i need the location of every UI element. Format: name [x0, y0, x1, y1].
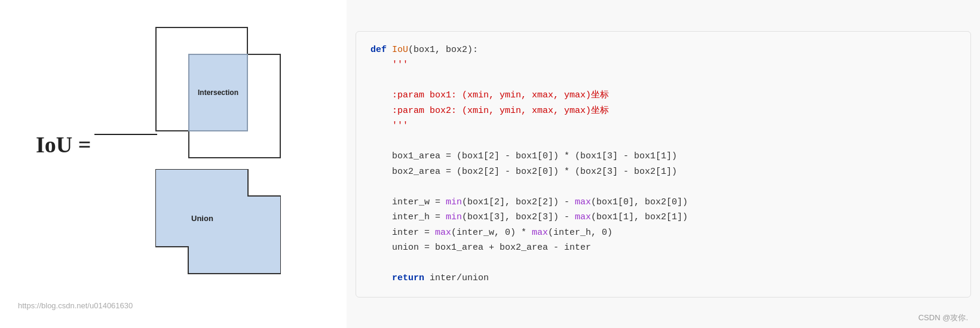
- csdn-watermark: CSDN @攻你.: [918, 312, 968, 323]
- code-line-2: ''': [370, 57, 956, 73]
- code-line-3: [370, 73, 956, 88]
- code-line-14: union = box1_area + box2_area - inter: [370, 240, 956, 256]
- iou-label: IoU =: [36, 131, 91, 158]
- param-box2: :param box2: (xmin, ymin, xmax, ymax)坐标: [392, 106, 609, 116]
- union-label: Union: [191, 214, 213, 223]
- intersection-group: Intersection: [155, 27, 299, 158]
- code-line-7: [370, 134, 956, 149]
- diagram-boxes: Intersection Union: [155, 27, 311, 289]
- iou-diagram: IoU = Intersection: [36, 15, 311, 314]
- code-line-4: :param box1: (xmin, ymin, xmax, ymax)坐标: [370, 88, 956, 103]
- code-line-1: def IoU(box1, box2):: [370, 42, 956, 58]
- code-line-10: [370, 179, 956, 195]
- code-block: def IoU(box1, box2): ''' :param box1: (x…: [356, 31, 971, 298]
- builtin-min-1: min: [446, 197, 462, 207]
- code-line-5: :param box2: (xmin, ymin, xmax, ymax)坐标: [370, 103, 956, 119]
- code-line-13: inter = max(inter_w, 0) * max(inter_h, 0…: [370, 225, 956, 241]
- union-svg: [155, 169, 281, 283]
- intersection-fill: Intersection: [188, 54, 248, 131]
- union-group: Union: [155, 163, 299, 289]
- builtin-max-3: max: [435, 228, 451, 238]
- builtin-max-2: max: [575, 212, 591, 222]
- builtin-max-4: max: [532, 228, 548, 238]
- builtin-min-2: min: [446, 212, 462, 222]
- fraction-divider: [93, 131, 158, 137]
- docstring-close: ''': [392, 121, 408, 131]
- code-line-6: ''': [370, 118, 956, 134]
- intersection-label: Intersection: [198, 88, 238, 97]
- code-line-11: inter_w = min(box1[2], box2[2]) - max(bo…: [370, 195, 956, 210]
- keyword-def: def: [370, 45, 387, 55]
- code-line-8: box1_area = (box1[2] - box1[0]) * (box1[…: [370, 149, 956, 164]
- function-name: IoU: [392, 45, 408, 55]
- code-line-15: [370, 256, 956, 271]
- code-panel: def IoU(box1, box2): ''' :param box1: (x…: [347, 0, 980, 328]
- code-line-16: return inter/union: [370, 271, 956, 286]
- code-line-9: box2_area = (box2[2] - box2[0]) * (box2[…: [370, 164, 956, 180]
- svg-marker-0: [155, 169, 281, 274]
- docstring-open: ''': [392, 60, 408, 70]
- diagram-panel: IoU = Intersection: [0, 0, 347, 328]
- builtin-max-1: max: [575, 197, 591, 207]
- keyword-return: return: [392, 273, 424, 283]
- param-box1: :param box1: (xmin, ymin, xmax, ymax)坐标: [392, 90, 609, 100]
- fraction-line: [94, 134, 157, 135]
- code-line-12: inter_h = min(box1[3], box2[3]) - max(bo…: [370, 210, 956, 225]
- watermark-url: https://blog.csdn.net/u014061630: [18, 301, 133, 310]
